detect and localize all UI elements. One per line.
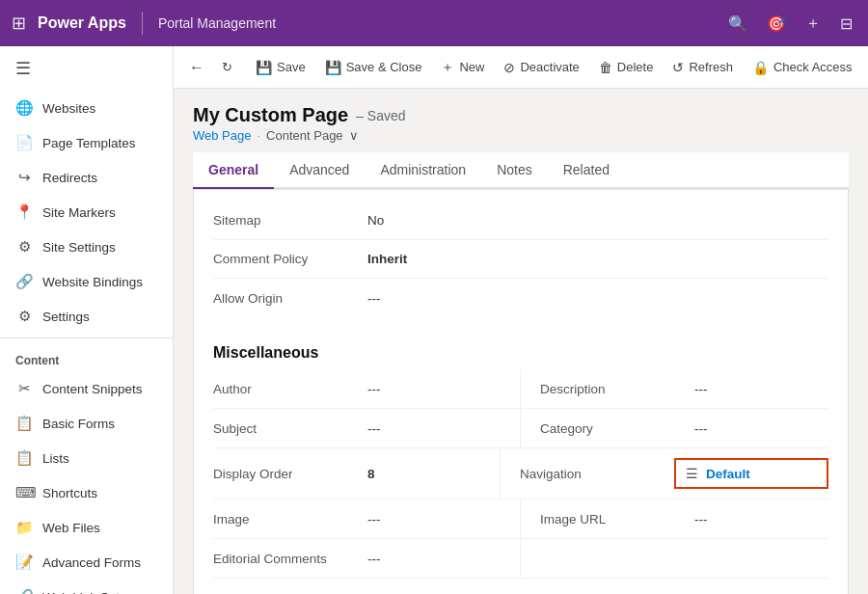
basic-forms-icon: 📋 xyxy=(15,415,33,432)
image-url-cell: Image URL --- xyxy=(521,500,828,538)
editorial-comments-label: Editorial Comments xyxy=(213,552,367,566)
refresh-label: Refresh xyxy=(689,60,733,74)
check-access-icon: 🔒 xyxy=(752,60,769,75)
breadcrumb: Web Page · Content Page ∨ xyxy=(193,128,849,143)
new-label: New xyxy=(459,60,484,74)
save-button[interactable]: 💾 Save xyxy=(246,54,315,81)
form-row-editorial-comments: Editorial Comments --- xyxy=(213,539,828,579)
check-access-button[interactable]: 🔒 Check Access xyxy=(743,54,862,81)
layout: ☰ 🌐 Websites 📄 Page Templates ↪ Redirect… xyxy=(0,46,868,594)
subject-label: Subject xyxy=(213,421,367,436)
websites-icon: 🌐 xyxy=(15,99,33,117)
sidebar-item-page-templates[interactable]: 📄 Page Templates xyxy=(0,125,173,160)
sidebar-label-advanced-forms: Advanced Forms xyxy=(42,555,141,570)
navigation-cell[interactable]: Navigation ☰ Default xyxy=(501,448,828,499)
sidebar-label-lists: Lists xyxy=(42,451,69,466)
sidebar-item-lists[interactable]: 📋 Lists xyxy=(0,441,173,475)
sidebar-item-web-files[interactable]: 📁 Web Files xyxy=(0,510,173,545)
breadcrumb-dropdown-icon[interactable]: ∨ xyxy=(349,128,359,143)
refresh-icon: ↺ xyxy=(672,60,684,75)
site-settings-icon: ⚙ xyxy=(15,238,33,256)
author-value: --- xyxy=(367,382,381,396)
sidebar-item-site-settings[interactable]: ⚙ Site Settings xyxy=(0,230,173,264)
sidebar: ☰ 🌐 Websites 📄 Page Templates ↪ Redirect… xyxy=(0,46,174,594)
sidebar-item-site-markers[interactable]: 📍 Site Markers xyxy=(0,195,173,230)
sidebar-item-websites[interactable]: 🌐 Websites xyxy=(0,91,173,125)
comment-policy-value: Inherit xyxy=(367,252,407,266)
website-bindings-icon: 🔗 xyxy=(15,273,33,290)
web-files-icon: 📁 xyxy=(15,519,33,536)
navigation-default-value: Default xyxy=(706,467,750,481)
sidebar-item-settings[interactable]: ⚙ Settings xyxy=(0,299,173,334)
sidebar-label-site-settings: Site Settings xyxy=(42,240,116,255)
image-label: Image xyxy=(213,512,367,526)
sidebar-item-web-link-sets[interactable]: 🔗 Web Link Sets xyxy=(0,580,173,594)
display-order-label: Display Order xyxy=(213,467,367,481)
sidebar-menu-icon[interactable]: ☰ xyxy=(0,46,173,91)
author-cell: Author --- xyxy=(213,369,521,408)
tab-general[interactable]: General xyxy=(193,152,274,189)
page-saved-status: – Saved xyxy=(356,108,405,123)
sidebar-item-redirects[interactable]: ↪ Redirects xyxy=(0,160,173,195)
settings-icon: ⚙ xyxy=(15,308,33,325)
sidebar-label-site-markers: Site Markers xyxy=(42,205,116,220)
form-row-author-description: Author --- Description --- xyxy=(213,369,828,409)
sidebar-label-shortcuts: Shortcuts xyxy=(42,486,97,500)
description-value: --- xyxy=(694,382,708,396)
display-order-cell: Display Order 8 xyxy=(213,448,501,499)
tab-administration[interactable]: Administration xyxy=(365,152,481,189)
display-order-value: 8 xyxy=(367,467,375,481)
page-title: My Custom Page xyxy=(193,104,348,126)
grid-icon[interactable]: ⊞ xyxy=(12,13,26,34)
editorial-comments-cell: Editorial Comments --- xyxy=(213,539,521,578)
tab-notes[interactable]: Notes xyxy=(481,152,548,189)
back-button[interactable]: ← xyxy=(181,53,212,82)
sidebar-item-basic-forms[interactable]: 📋 Basic Forms xyxy=(0,406,173,441)
plus-icon[interactable]: ＋ xyxy=(805,14,821,34)
navigation-highlighted-field[interactable]: ☰ Default xyxy=(674,458,828,489)
new-icon: ＋ xyxy=(441,59,454,76)
filter-icon[interactable]: ⊟ xyxy=(840,14,853,33)
sidebar-item-advanced-forms[interactable]: 📝 Advanced Forms xyxy=(0,545,173,580)
tab-bar: General Advanced Administration Notes Re… xyxy=(193,152,849,189)
save-close-label: Save & Close xyxy=(346,60,422,74)
sidebar-section-content: Content xyxy=(0,342,173,371)
sidebar-item-content-snippets[interactable]: ✂ Content Snippets xyxy=(0,371,173,406)
image-url-label: Image URL xyxy=(540,512,694,526)
deactivate-button[interactable]: ⊘ Deactivate xyxy=(494,54,588,81)
page-content: My Custom Page – Saved Web Page · Conten… xyxy=(174,89,868,594)
sidebar-label-settings: Settings xyxy=(42,310,90,324)
description-label: Description xyxy=(540,382,694,396)
save-close-button[interactable]: 💾 Save & Close xyxy=(315,54,432,81)
category-cell: Category --- xyxy=(521,409,828,447)
refresh-view-icon: ↻ xyxy=(222,60,232,74)
refresh-button[interactable]: ↺ Refresh xyxy=(663,54,743,81)
subject-value: --- xyxy=(367,421,381,436)
delete-button[interactable]: 🗑 Delete xyxy=(589,54,664,81)
tab-related[interactable]: Related xyxy=(548,152,625,189)
new-button[interactable]: ＋ New xyxy=(431,53,494,82)
subject-cell: Subject --- xyxy=(213,409,521,447)
search-icon[interactable]: 🔍 xyxy=(728,14,747,33)
command-bar: ← ↻ 💾 Save 💾 Save & Close ＋ New ⊘ Deacti… xyxy=(174,46,868,89)
tab-advanced[interactable]: Advanced xyxy=(274,152,365,189)
sidebar-item-website-bindings[interactable]: 🔗 Website Bindings xyxy=(0,264,173,299)
main-area: ← ↻ 💾 Save 💾 Save & Close ＋ New ⊘ Deacti… xyxy=(174,46,868,594)
sidebar-label-websites: Websites xyxy=(42,101,95,116)
breadcrumb-web-page[interactable]: Web Page xyxy=(193,128,251,143)
form-row-image-imageurl: Image --- Image URL --- xyxy=(213,500,828,539)
sidebar-label-content-snippets: Content Snippets xyxy=(42,382,143,396)
sidebar-label-redirects: Redirects xyxy=(42,171,97,185)
image-cell: Image --- xyxy=(213,500,521,538)
sidebar-item-shortcuts[interactable]: ⌨ Shortcuts xyxy=(0,475,173,510)
sidebar-label-web-files: Web Files xyxy=(42,521,100,535)
form-row-sitemap: Sitemap No xyxy=(213,202,828,240)
refresh-view-button[interactable]: ↻ xyxy=(212,54,242,80)
sidebar-label-page-templates: Page Templates xyxy=(42,136,136,150)
top-nav: ⊞ Power Apps Portal Management 🔍 🎯 ＋ ⊟ xyxy=(0,0,868,46)
target-icon[interactable]: 🎯 xyxy=(767,14,786,33)
delete-label: Delete xyxy=(617,60,654,74)
breadcrumb-sep: · xyxy=(257,128,260,143)
form-row-comment-policy: Comment Policy Inherit xyxy=(213,240,828,279)
category-label: Category xyxy=(540,421,694,436)
